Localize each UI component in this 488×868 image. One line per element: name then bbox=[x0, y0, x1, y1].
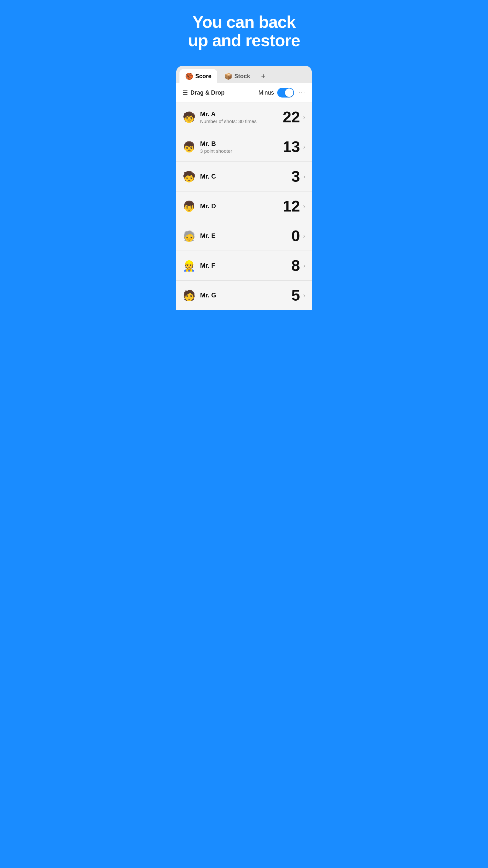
player-avatar-4: 🧓 bbox=[183, 231, 196, 241]
chevron-icon-5: › bbox=[303, 262, 305, 269]
player-info-0: Mr. A Number of shots: 30 times bbox=[200, 111, 281, 124]
player-info-2: Mr. C bbox=[200, 173, 281, 180]
player-score-section-0: 22 › bbox=[281, 108, 305, 126]
player-row[interactable]: 👷 Mr. F 8 › bbox=[176, 251, 312, 281]
tab-score-label: Score bbox=[195, 73, 212, 80]
player-row[interactable]: 🧑 Mr. G 5 › bbox=[176, 281, 312, 310]
player-avatar-6: 🧑 bbox=[183, 290, 196, 301]
chevron-icon-0: › bbox=[303, 113, 305, 121]
player-info-1: Mr. B 3 point shooter bbox=[200, 140, 281, 154]
player-score-6: 5 bbox=[281, 286, 300, 304]
player-score-0: 22 bbox=[281, 108, 300, 126]
player-score-section-6: 5 › bbox=[281, 286, 305, 304]
player-avatar-0: 🧒 bbox=[183, 112, 196, 122]
player-score-section-2: 3 › bbox=[281, 167, 305, 185]
player-info-6: Mr. G bbox=[200, 291, 281, 299]
minus-section: Minus bbox=[259, 88, 294, 97]
player-row[interactable]: 👦 Mr. D 12 › bbox=[176, 191, 312, 221]
player-sub-0: Number of shots: 30 times bbox=[200, 119, 281, 124]
header-section: You can back up and restore bbox=[176, 0, 312, 66]
chevron-icon-2: › bbox=[303, 173, 305, 180]
player-score-section-5: 8 › bbox=[281, 257, 305, 275]
player-row[interactable]: 🧒 Mr. C 3 › bbox=[176, 162, 312, 191]
player-score-section-4: 0 › bbox=[281, 227, 305, 245]
player-avatar-2: 🧒 bbox=[183, 172, 196, 182]
drag-drop-label: Drag & Drop bbox=[190, 89, 225, 96]
player-avatar-3: 👦 bbox=[183, 201, 196, 212]
main-card: 🏀 Score 📦 Stock + ☰ Drag & Drop Minus ··… bbox=[176, 66, 312, 310]
tab-stock-label: Stock bbox=[234, 73, 250, 80]
chevron-icon-4: › bbox=[303, 232, 305, 240]
player-name-6: Mr. G bbox=[200, 291, 281, 299]
player-name-1: Mr. B bbox=[200, 140, 281, 148]
minus-toggle[interactable] bbox=[277, 88, 294, 97]
tab-stock[interactable]: 📦 Stock bbox=[219, 69, 256, 83]
drag-drop-section: ☰ Drag & Drop bbox=[183, 89, 259, 96]
toggle-knob bbox=[285, 89, 293, 97]
player-score-section-3: 12 › bbox=[281, 197, 305, 215]
player-score-5: 8 bbox=[281, 257, 300, 275]
header-title: You can back up and restore bbox=[186, 13, 302, 50]
player-row[interactable]: 👦 Mr. B 3 point shooter 13 › bbox=[176, 132, 312, 162]
player-name-2: Mr. C bbox=[200, 173, 281, 180]
player-score-4: 0 bbox=[281, 227, 300, 245]
player-name-0: Mr. A bbox=[200, 111, 281, 118]
player-score-3: 12 bbox=[281, 197, 300, 215]
player-row[interactable]: 🧓 Mr. E 0 › bbox=[176, 221, 312, 251]
chevron-icon-1: › bbox=[303, 143, 305, 151]
player-score-2: 3 bbox=[281, 167, 300, 185]
tab-score-icon: 🏀 bbox=[185, 72, 193, 80]
minus-label: Minus bbox=[259, 89, 274, 96]
player-avatar-1: 👦 bbox=[183, 142, 196, 152]
tabs-bar: 🏀 Score 📦 Stock + bbox=[176, 66, 312, 83]
drag-icon: ☰ bbox=[183, 89, 188, 96]
player-name-4: Mr. E bbox=[200, 232, 281, 240]
toolbar: ☰ Drag & Drop Minus ··· bbox=[176, 83, 312, 102]
tab-stock-icon: 📦 bbox=[224, 72, 232, 80]
player-sub-1: 3 point shooter bbox=[200, 148, 281, 154]
player-row[interactable]: 🧒 Mr. A Number of shots: 30 times 22 › bbox=[176, 102, 312, 132]
player-score-1: 13 bbox=[281, 138, 300, 156]
tab-add-button[interactable]: + bbox=[257, 69, 269, 83]
player-info-4: Mr. E bbox=[200, 232, 281, 240]
player-info-5: Mr. F bbox=[200, 262, 281, 269]
tab-score[interactable]: 🏀 Score bbox=[180, 69, 217, 83]
player-name-5: Mr. F bbox=[200, 262, 281, 269]
more-button[interactable]: ··· bbox=[298, 89, 305, 97]
player-avatar-5: 👷 bbox=[183, 260, 196, 271]
player-info-3: Mr. D bbox=[200, 203, 281, 210]
chevron-icon-6: › bbox=[303, 291, 305, 299]
player-list: 🧒 Mr. A Number of shots: 30 times 22 › 👦… bbox=[176, 102, 312, 310]
player-name-3: Mr. D bbox=[200, 203, 281, 210]
player-score-section-1: 13 › bbox=[281, 138, 305, 156]
chevron-icon-3: › bbox=[303, 203, 305, 210]
